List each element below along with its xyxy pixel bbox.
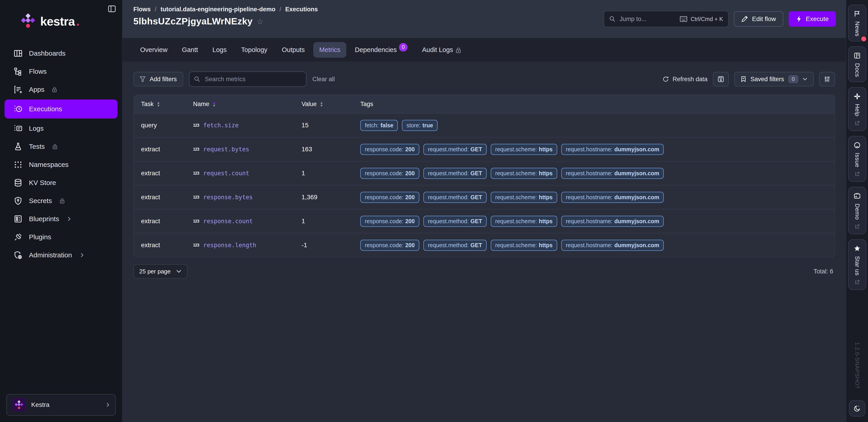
jump-to-placeholder: Jump to... xyxy=(620,16,647,23)
sidebar-item-label: Namespaces xyxy=(29,161,68,169)
right-rail: News Docs Help Issue Demo Star us 1.2.0-… xyxy=(846,0,868,422)
column-header-value[interactable]: Value ▲▼ xyxy=(302,101,360,108)
search-icon xyxy=(194,76,200,82)
sliders-icon xyxy=(824,76,831,83)
tag-badge: request.hostname:dummyjson.com xyxy=(561,144,664,155)
search-metrics-input[interactable] xyxy=(204,75,302,83)
sidebar-item-executions[interactable]: Executions xyxy=(4,99,118,119)
tags-cell: response.code:200 request.method:GET req… xyxy=(360,240,827,251)
rail-issue-button[interactable]: Issue xyxy=(848,136,866,182)
rail-docs-button[interactable]: Docs xyxy=(848,47,866,82)
shield-account-icon xyxy=(13,250,23,260)
executions-icon xyxy=(13,104,23,114)
tab-overview[interactable]: Overview xyxy=(134,42,174,58)
save-filters-button[interactable] xyxy=(713,72,729,86)
bookmark-icon xyxy=(741,76,746,82)
star-outline-icon[interactable]: ☆ xyxy=(257,17,264,26)
tag-badge: request.scheme:https xyxy=(491,240,557,251)
sort-icon: ▲▼ xyxy=(157,101,160,107)
column-header-task[interactable]: Task ▲▼ xyxy=(141,101,193,108)
metric-name-cell: 123response.length xyxy=(193,242,302,248)
sidebar-item-label: Logs xyxy=(29,125,43,132)
metrics-table: Task ▲▼ Name ▲▼ Value ▲▼ Tags xyxy=(133,94,835,258)
github-icon xyxy=(854,142,861,149)
edit-flow-button[interactable]: Edit flow xyxy=(734,11,783,27)
version-label: 1.2.0-SNAPSHOT xyxy=(854,342,860,389)
breadcrumb-flow-id[interactable]: tutorial.data-engineering-pipeline-demo xyxy=(160,6,276,13)
rail-help-button[interactable]: Help xyxy=(848,87,866,131)
apps-icon xyxy=(13,85,23,94)
per-page-select[interactable]: 25 per page xyxy=(133,264,187,279)
plug-icon xyxy=(13,233,23,242)
sidebar-item-tests[interactable]: Tests xyxy=(0,138,122,156)
tag-badge: request.hostname:dummyjson.com xyxy=(561,168,664,179)
tenant-switcher[interactable]: Kestra xyxy=(6,394,116,416)
theme-toggle-button[interactable] xyxy=(849,400,865,417)
display-columns-button[interactable] xyxy=(819,72,835,86)
tag-badge: response.code:200 xyxy=(360,240,419,251)
tab-topology[interactable]: Topology xyxy=(235,42,273,58)
metric-name-cell: 123response.count xyxy=(193,218,302,224)
sidebar-item-dashboards[interactable]: Dashboards xyxy=(0,44,122,62)
sidebar-item-kv-store[interactable]: KV Store xyxy=(0,174,122,192)
clear-all-link[interactable]: Clear all xyxy=(312,76,335,83)
kestra-logo-icon xyxy=(20,13,36,28)
page-header: Flows / tutorial.data-engineering-pipeli… xyxy=(123,0,846,38)
tab-logs[interactable]: Logs xyxy=(207,42,232,58)
lock-icon xyxy=(59,198,65,204)
rail-star-us-button[interactable]: Star us xyxy=(848,239,866,290)
tab-audit-logs[interactable]: Audit Logs xyxy=(416,42,467,58)
namespaces-icon xyxy=(13,160,23,169)
tag-badge: response.code:200 xyxy=(360,144,419,155)
execute-button[interactable]: Execute xyxy=(789,11,836,27)
tags-cell: response.code:200 request.method:GET req… xyxy=(360,144,827,155)
jump-to-search[interactable]: Jump to... Ctrl/Cmd + K xyxy=(604,11,728,27)
sidebar-item-administration[interactable]: Administration xyxy=(0,246,122,264)
numeric-type-icon: 123 xyxy=(193,123,199,128)
keyboard-icon xyxy=(680,16,687,22)
sidebar-item-label: KV Store xyxy=(29,179,56,187)
chevron-right-icon xyxy=(67,216,71,222)
sidebar: kestra. Dashboards Flows Apps Executions xyxy=(0,0,123,422)
dashboards-icon xyxy=(13,49,23,58)
sort-icon: ▲▼ xyxy=(320,101,323,107)
tag-badge: fetch:false xyxy=(360,120,398,131)
sidebar-item-apps[interactable]: Apps xyxy=(0,81,122,99)
breadcrumb-executions[interactable]: Executions xyxy=(285,6,318,13)
tab-dependencies[interactable]: Dependencies 0 xyxy=(349,42,413,58)
sidebar-item-blueprints[interactable]: Blueprints xyxy=(0,210,122,228)
rail-news-button[interactable]: News xyxy=(848,4,866,41)
add-filters-button[interactable]: Add filters xyxy=(133,72,183,86)
flows-icon xyxy=(13,67,23,76)
rail-demo-button[interactable]: Demo xyxy=(848,187,866,234)
value-cell: -1 xyxy=(302,242,360,249)
sidebar-item-plugins[interactable]: Plugins xyxy=(0,228,122,246)
screen-icon xyxy=(854,193,861,200)
value-cell: 15 xyxy=(302,122,360,129)
column-header-tags: Tags xyxy=(360,101,827,108)
table-row: query 123fetch.size 15 fetch:false store… xyxy=(134,113,835,137)
lock-icon xyxy=(455,47,462,53)
saved-filters-button[interactable]: Saved filters 0 xyxy=(734,72,814,86)
column-header-name[interactable]: Name ▲▼ xyxy=(193,101,302,108)
table-row: extract 123response.bytes 1,369 response… xyxy=(134,185,835,209)
numeric-type-icon: 123 xyxy=(193,147,199,152)
refresh-data-button[interactable]: Refresh data xyxy=(662,76,708,83)
shield-key-icon xyxy=(13,196,23,205)
tags-cell: response.code:200 request.method:GET req… xyxy=(360,216,827,227)
page-title: 5lbhsUZcZPjgyaLWrNEzky xyxy=(133,16,253,27)
tab-outputs[interactable]: Outputs xyxy=(276,42,311,58)
sidebar-item-logs[interactable]: Logs xyxy=(0,119,122,138)
metric-name-cell: 123request.bytes xyxy=(193,146,302,153)
breadcrumb-flows[interactable]: Flows xyxy=(133,6,151,13)
external-link-icon xyxy=(855,172,860,177)
tab-metrics[interactable]: Metrics xyxy=(313,42,346,58)
value-cell: 163 xyxy=(302,146,360,153)
tab-gantt[interactable]: Gantt xyxy=(176,42,204,58)
tag-badge: request.method:GET xyxy=(423,192,487,203)
sidebar-item-secrets[interactable]: Secrets xyxy=(0,192,122,210)
collapse-sidebar-icon[interactable] xyxy=(107,4,117,13)
breadcrumb-separator: / xyxy=(280,6,281,13)
sidebar-item-namespaces[interactable]: Namespaces xyxy=(0,156,122,174)
sidebar-item-flows[interactable]: Flows xyxy=(0,62,122,81)
